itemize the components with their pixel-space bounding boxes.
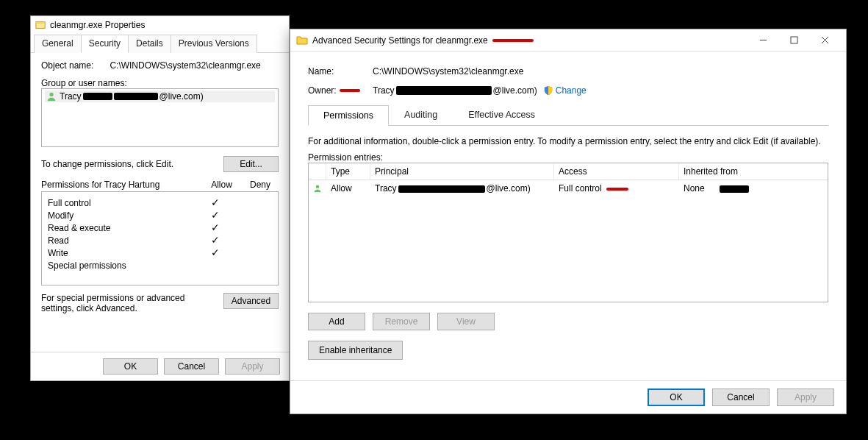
advanced-button[interactable]: Advanced — [223, 293, 279, 309]
ok-button[interactable]: OK — [103, 358, 158, 375]
apply-button[interactable]: Apply — [225, 358, 280, 375]
user-list[interactable]: Tracy @live.com) — [41, 88, 279, 147]
permission-table: Type Principal Access Inherited from All… — [308, 163, 828, 302]
table-row[interactable]: AllowTracy@live.com)Full controlNone — [309, 180, 828, 196]
name-label: Name: — [308, 66, 373, 77]
folder-icon — [296, 35, 308, 46]
annotation-mark — [492, 39, 534, 42]
advanced-security-window: Advanced Security Settings for cleanmgr.… — [290, 29, 847, 414]
window-title: Advanced Security Settings for cleanmgr.… — [312, 35, 488, 46]
adv-tabs: Permissions Auditing Effective Access — [308, 104, 828, 126]
user-icon — [309, 182, 326, 195]
titlebar[interactable]: cleanmgr.exe Properties — [31, 16, 289, 34]
svg-point-7 — [316, 185, 320, 189]
hint-text: For additional information, double-click… — [308, 136, 828, 146]
perm-name: Full control — [48, 198, 195, 208]
col-allow: Allow — [201, 180, 242, 190]
col-principal[interactable]: Principal — [370, 163, 554, 180]
enable-inheritance-button[interactable]: Enable inheritance — [308, 341, 403, 360]
change-owner-link[interactable]: Change — [543, 85, 587, 96]
edit-button[interactable]: Edit... — [223, 156, 279, 172]
perm-name: Write — [48, 248, 195, 258]
minimize-button[interactable] — [747, 30, 778, 51]
permission-row: Read✓ — [48, 234, 272, 246]
titlebar[interactable]: Advanced Security Settings for cleanmgr.… — [290, 29, 846, 52]
perm-allow: ✓ — [195, 197, 235, 208]
col-access[interactable]: Access — [554, 163, 679, 180]
permission-row: Write✓ — [48, 246, 272, 259]
tab-security[interactable]: Security — [81, 35, 129, 53]
window-title: cleanmgr.exe Properties — [50, 20, 145, 30]
permission-row: Read & execute✓ — [48, 221, 272, 234]
tab-effective-access[interactable]: Effective Access — [453, 104, 550, 125]
advanced-msg: For special permissions or advanced sett… — [41, 293, 223, 313]
perm-name: Read — [48, 235, 195, 246]
tab-previous-versions[interactable]: Previous Versions — [171, 35, 257, 53]
owner-prefix: Tracy — [373, 85, 395, 96]
redacted — [396, 86, 492, 95]
table-header: Type Principal Access Inherited from — [309, 163, 828, 180]
perm-allow: ✓ — [195, 235, 235, 246]
name-value: C:\WINDOWS\system32\cleanmgr.exe — [373, 66, 523, 77]
col-type[interactable]: Type — [326, 163, 370, 180]
perm-name: Modify — [48, 210, 195, 221]
permission-row: Special permissions — [48, 259, 272, 272]
tab-details[interactable]: Details — [128, 35, 171, 53]
col-inherited[interactable]: Inherited from — [679, 163, 828, 180]
tab-auditing[interactable]: Auditing — [389, 104, 453, 125]
change-permissions-msg: To change permissions, click Edit. — [41, 159, 223, 169]
row-type: Allow — [326, 182, 370, 195]
ok-button[interactable]: OK — [648, 388, 705, 406]
col-deny: Deny — [242, 180, 279, 190]
row-principal: Tracy@live.com) — [370, 182, 554, 195]
user-name-suffix: @live.com) — [159, 91, 204, 102]
object-name-label: Object name: — [41, 60, 93, 71]
tabs: General Security Details Previous Versio… — [31, 34, 289, 53]
user-icon — [46, 91, 57, 102]
object-name-value: C:\WINDOWS\system32\cleanmgr.exe — [110, 60, 260, 71]
annotation-mark — [340, 89, 360, 92]
close-button[interactable] — [809, 30, 840, 51]
perm-allow: ✓ — [195, 222, 235, 233]
shield-icon — [543, 85, 553, 96]
redacted — [114, 93, 158, 100]
owner-label: Owner: — [308, 85, 337, 96]
row-access: Full control — [554, 182, 679, 195]
permission-row: Modify✓ — [48, 209, 272, 221]
tab-general[interactable]: General — [34, 35, 82, 53]
perm-allow: ✓ — [195, 247, 235, 258]
user-name-prefix: Tracy — [60, 91, 82, 102]
perm-name: Special permissions — [48, 260, 195, 271]
svg-rect-1 — [36, 22, 45, 24]
entries-label: Permission entries: — [308, 152, 828, 163]
apply-button[interactable]: Apply — [777, 388, 834, 406]
redacted — [83, 93, 112, 100]
perm-allow: ✓ — [195, 210, 235, 221]
permissions-list: Full control✓Modify✓Read & execute✓Read✓… — [41, 191, 279, 285]
user-list-item[interactable]: Tracy @live.com) — [45, 91, 275, 102]
app-icon — [35, 20, 46, 30]
svg-point-2 — [49, 93, 53, 96]
maximize-button[interactable] — [778, 30, 809, 51]
svg-rect-4 — [791, 37, 797, 43]
tab-permissions[interactable]: Permissions — [308, 105, 389, 126]
permission-row: Full control✓ — [48, 196, 272, 209]
group-label: Group or user names: — [41, 78, 279, 88]
cancel-button[interactable]: Cancel — [164, 358, 219, 375]
owner-suffix: @live.com) — [493, 85, 537, 96]
permissions-for-label: Permissions for Tracy Hartung — [41, 180, 201, 190]
add-button[interactable]: Add — [308, 313, 365, 330]
cancel-button[interactable]: Cancel — [712, 388, 770, 406]
view-button[interactable]: View — [437, 313, 495, 330]
perm-name: Read & execute — [48, 223, 195, 233]
row-inherited: None — [679, 182, 828, 195]
remove-button[interactable]: Remove — [373, 313, 430, 330]
properties-window: cleanmgr.exe Properties General Security… — [30, 15, 290, 381]
